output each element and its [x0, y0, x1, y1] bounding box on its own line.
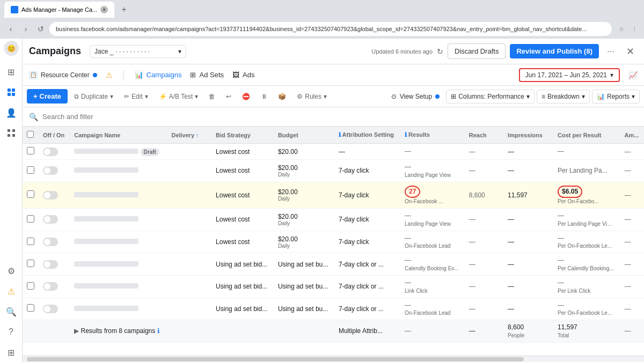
- row-toggle[interactable]: [43, 260, 58, 269]
- ads-sidebar-icon[interactable]: [2, 83, 21, 102]
- row-checkbox[interactable]: [27, 166, 34, 174]
- th-delivery[interactable]: Delivery ↑: [167, 127, 211, 144]
- search-bar: 🔍: [23, 107, 644, 127]
- trash-button[interactable]: ⛔: [238, 90, 254, 103]
- row-toggle[interactable]: [43, 147, 58, 156]
- row-toggle[interactable]: [43, 305, 58, 313]
- resource-center[interactable]: 📋 Resource Center: [29, 71, 97, 79]
- row-checkbox[interactable]: [27, 190, 34, 198]
- row-attribution-cell: —: [334, 144, 400, 160]
- duplicate-button[interactable]: ⧉ Duplicate ▾: [70, 90, 118, 103]
- header-more-button[interactable]: ···: [603, 44, 618, 59]
- ab-test-button[interactable]: ⚡ A/B Test ▾: [155, 90, 202, 103]
- reload-button[interactable]: ↺: [34, 23, 47, 35]
- ads-nav-link[interactable]: 🖼 Ads: [232, 71, 254, 79]
- rules-dropdown-icon: ▾: [324, 93, 327, 100]
- row-amount-cell: —: [620, 275, 644, 298]
- search-input[interactable]: [42, 113, 638, 121]
- row-impressions-value: —: [508, 148, 514, 156]
- review-publish-button[interactable]: Review and Publish (8): [510, 44, 599, 58]
- row-campaign-name[interactable]: [74, 148, 138, 156]
- back-button[interactable]: ‹: [4, 23, 17, 35]
- table-row: Using ad set bid... Using ad set bu... 7…: [23, 253, 644, 276]
- warning-sidebar-icon[interactable]: ⚠: [2, 282, 21, 301]
- charts-icon[interactable]: 📈: [628, 71, 638, 79]
- th-cost-per-result: Cost per Result: [553, 127, 620, 144]
- row-checkbox[interactable]: [27, 304, 34, 312]
- horizontal-scrollbar[interactable]: [27, 357, 524, 361]
- row-checkbox[interactable]: [27, 238, 34, 245]
- row-checkbox-cell: [23, 182, 39, 209]
- people-sidebar-icon[interactable]: 👤: [2, 103, 21, 122]
- row-campaign-name[interactable]: [74, 167, 138, 174]
- date-range-label: Jun 17, 2021 – Jun 25, 2021: [525, 71, 607, 79]
- row-reach-cell: —: [465, 209, 503, 231]
- extension-button[interactable]: ⋮: [629, 24, 640, 34]
- row-cost-cell: Per Landing Pa...: [553, 160, 620, 182]
- reports-button[interactable]: 📊 Reports ▾: [592, 90, 640, 104]
- row-checkbox[interactable]: [27, 260, 34, 267]
- date-range-button[interactable]: Jun 17, 2021 – Jun 25, 2021 ▾: [519, 68, 620, 82]
- row-delivery-cell: [167, 209, 211, 231]
- table-row: Using ad set bid... Using ad set bu... 7…: [23, 298, 644, 320]
- undo-button[interactable]: ↩: [222, 90, 236, 103]
- row-toggle[interactable]: [43, 191, 58, 200]
- grid-sidebar-icon[interactable]: [2, 123, 21, 143]
- view-dot: [435, 94, 440, 99]
- row-campaign-name[interactable]: [74, 261, 138, 268]
- row-campaign-name[interactable]: [74, 283, 138, 290]
- more-sidebar-icon[interactable]: ⊞: [2, 343, 21, 362]
- row-campaign-name[interactable]: [74, 238, 138, 246]
- pause-button[interactable]: ⏸: [257, 90, 272, 103]
- rules-button[interactable]: ⚙ Rules ▾: [292, 90, 331, 103]
- address-bar[interactable]: business.facebook.com/adsmanager/manage/…: [49, 22, 612, 36]
- discard-drafts-button[interactable]: Discard Drafts: [448, 43, 506, 59]
- settings-sidebar-icon[interactable]: ⚙: [2, 261, 21, 280]
- expand-icon[interactable]: ▶: [74, 327, 79, 335]
- bookmark-button[interactable]: ☆: [616, 24, 627, 34]
- row-campaign-name[interactable]: [74, 191, 138, 199]
- select-all-checkbox[interactable]: [27, 131, 34, 138]
- row-toggle[interactable]: [43, 238, 58, 246]
- account-sub: · · · · · · · · · ·: [115, 48, 149, 55]
- user-avatar[interactable]: 😊: [4, 41, 19, 56]
- row-campaign-name[interactable]: [74, 216, 138, 223]
- ad-sets-nav-link[interactable]: ⊞ Ad Sets: [190, 71, 224, 79]
- results-info-icon: ℹ: [405, 131, 407, 138]
- footer-label-cell[interactable]: ▶ Results from 8 campaigns ℹ: [70, 320, 167, 343]
- reports-label: Reports: [607, 93, 630, 100]
- account-selector[interactable]: Jace _ · · · · · · · · · · ▾: [90, 45, 186, 58]
- breakdown-button[interactable]: ≡ Breakdown ▾: [537, 90, 590, 104]
- new-tab-button[interactable]: +: [118, 3, 130, 16]
- tab-close-button[interactable]: ×: [100, 6, 108, 13]
- resource-center-dot: [93, 73, 97, 77]
- browser-nav-bar: ‹ › ↺ business.facebook.com/adsmanager/m…: [0, 19, 644, 39]
- th-campaign-name[interactable]: Campaign Name: [70, 127, 167, 144]
- row-checkbox[interactable]: [27, 147, 34, 154]
- home-sidebar-icon[interactable]: ⊞: [2, 62, 21, 82]
- view-setup-button[interactable]: ⊙ View Setup: [387, 90, 444, 103]
- row-checkbox[interactable]: [27, 282, 34, 290]
- campaigns-nav-link[interactable]: 📊 Campaigns: [135, 71, 182, 79]
- columns-button[interactable]: ⊞ Columns: Performance ▾: [446, 90, 535, 104]
- refresh-icon[interactable]: ↻: [437, 47, 443, 56]
- edit-button[interactable]: ✏ Edit ▾: [120, 90, 152, 103]
- row-toggle-cell: [39, 231, 70, 253]
- search-sidebar-icon[interactable]: 🔍: [2, 302, 21, 321]
- reports-icon: 📊: [597, 93, 605, 100]
- delete-button[interactable]: 🗑: [204, 90, 219, 103]
- active-tab[interactable]: Ads Manager - Manage Ca... ×: [4, 2, 114, 18]
- row-toggle[interactable]: [43, 166, 58, 175]
- row-campaign-name[interactable]: [74, 305, 138, 313]
- close-button[interactable]: ✕: [623, 44, 638, 59]
- row-toggle[interactable]: [43, 282, 58, 291]
- row-bid-cell: Using ad set bid...: [211, 275, 274, 298]
- forward-button[interactable]: ›: [19, 23, 32, 35]
- help-sidebar-icon[interactable]: ?: [2, 322, 21, 342]
- row-checkbox[interactable]: [27, 215, 34, 223]
- archive-button[interactable]: 📦: [274, 90, 290, 103]
- row-toggle[interactable]: [43, 215, 58, 224]
- delete-icon: 🗑: [209, 93, 215, 100]
- app-wrapper: 😊 ⊞ 👤 ⚙ ⚠ 🔍 ? ⊞ Campaigns Jace _ · · · ·…: [0, 39, 644, 362]
- create-button[interactable]: + Create: [27, 89, 68, 104]
